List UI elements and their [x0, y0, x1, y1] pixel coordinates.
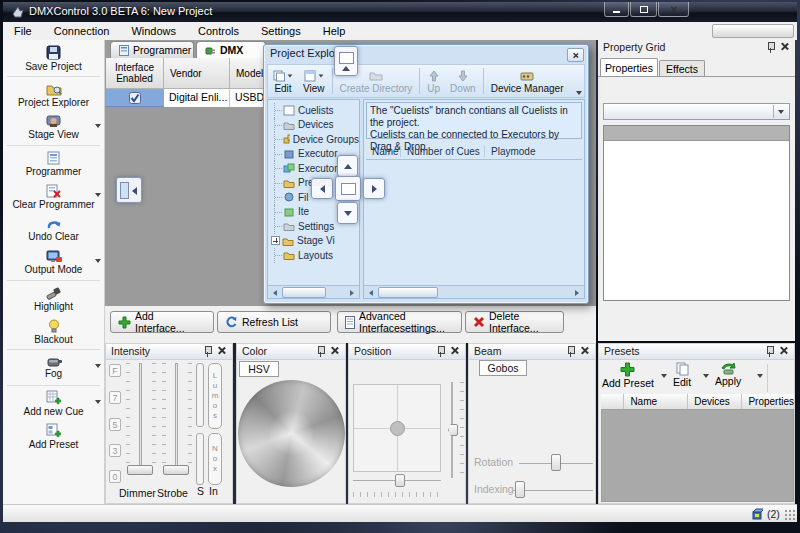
pin-button[interactable] — [566, 346, 577, 357]
edit-button[interactable]: Edit — [268, 65, 298, 97]
pin-button[interactable] — [765, 346, 776, 357]
tab-properties[interactable]: Properties — [600, 58, 658, 76]
dimmer-fader-handle[interactable] — [127, 465, 153, 475]
col-number-of-cues[interactable]: Number of Cues — [400, 146, 480, 157]
indexing-slider[interactable] — [513, 481, 593, 499]
tree-item-stage-views[interactable]: Stage Vi — [268, 234, 359, 249]
pin-button[interactable] — [766, 42, 777, 53]
scale-button-3[interactable]: 3 — [109, 444, 121, 457]
col-playmode[interactable]: Playmode — [484, 146, 535, 157]
scale-button-5[interactable]: 5 — [109, 418, 121, 431]
scrollbar-thumb[interactable] — [378, 287, 438, 298]
refresh-list-button[interactable]: Refresh List — [217, 311, 331, 333]
scrollbar-thumb[interactable] — [282, 287, 326, 298]
tree-item-cuelists[interactable]: Cuelists — [268, 103, 359, 118]
menu-windows[interactable]: Windows — [120, 22, 187, 40]
menu-controls[interactable]: Controls — [187, 22, 250, 40]
scroll-left-icon[interactable] — [365, 287, 377, 298]
tilt-slider-handle[interactable] — [448, 424, 458, 436]
s-bar-bottom[interactable] — [196, 433, 204, 485]
dmx-col-interface-enabled[interactable]: Interface Enabled — [106, 58, 164, 89]
pin-button[interactable] — [203, 346, 214, 357]
dropdown-arrow-icon[interactable] — [703, 374, 709, 378]
tree-item-device-groups[interactable]: Device Groups — [268, 132, 359, 147]
toolbar-overflow-icon[interactable] — [576, 91, 582, 95]
pan-slider-handle[interactable] — [395, 474, 405, 487]
hsv-color-wheel[interactable] — [238, 380, 345, 487]
pan-tilt-pad[interactable] — [353, 384, 441, 472]
col-properties[interactable]: Properties — [742, 394, 794, 409]
apply-preset-button[interactable]: Apply — [715, 362, 741, 387]
cuelist-hscrollbar[interactable] — [364, 285, 584, 298]
sidebar-item-save-project[interactable]: Save Project — [3, 42, 104, 75]
panel-close-button[interactable] — [779, 346, 790, 357]
interface-vendor-cell[interactable]: Digital Enli... — [164, 89, 230, 107]
pin-button[interactable] — [436, 346, 447, 357]
dock-cluster-left[interactable] — [311, 178, 333, 199]
tab-gobos[interactable]: Gobos — [479, 360, 527, 376]
edit-preset-button[interactable]: Edit — [673, 362, 691, 388]
tree-item-layouts[interactable]: Layouts — [268, 248, 359, 263]
menu-file[interactable]: File — [3, 22, 43, 40]
add-preset-button[interactable]: Add Preset — [602, 362, 654, 389]
indexing-slider-handle[interactable] — [515, 481, 525, 498]
sidebar-item-programmer[interactable]: Programmer — [3, 147, 104, 180]
dropdown-arrow-icon[interactable] — [95, 124, 101, 128]
sidebar-item-add-preset[interactable]: Add Preset — [3, 420, 104, 453]
dmx-col-vendor[interactable]: Vendor — [164, 58, 230, 89]
col-name[interactable]: Name — [372, 146, 399, 157]
pan-slider[interactable] — [353, 472, 441, 490]
panel-close-button[interactable] — [780, 42, 791, 53]
property-target-combobox[interactable] — [603, 103, 790, 120]
view-button[interactable]: View — [298, 65, 330, 97]
dock-cluster-center[interactable] — [335, 176, 361, 201]
col-blank[interactable] — [601, 394, 624, 409]
dock-target-top[interactable] — [334, 46, 358, 76]
delete-interface-button[interactable]: Delete Interface... — [465, 311, 564, 333]
network-status-icon[interactable] — [751, 508, 763, 520]
panel-close-button[interactable] — [330, 346, 341, 357]
sidebar-item-fog[interactable]: Fog — [3, 351, 104, 384]
strobe-fader-handle[interactable] — [163, 465, 189, 475]
sidebar-item-clear-programmer[interactable]: Clear Programmer — [3, 180, 104, 213]
dock-cluster-right[interactable] — [363, 178, 385, 199]
sidebar-item-add-new-cue[interactable]: Add new Cue — [3, 387, 104, 420]
tilt-slider[interactable] — [448, 382, 464, 478]
resize-grip[interactable] — [784, 509, 795, 520]
col-devices[interactable]: Devices — [688, 394, 742, 409]
scale-button-full[interactable]: F — [109, 364, 121, 377]
maximize-button[interactable] — [630, 2, 657, 17]
rotation-slider-handle[interactable] — [551, 454, 561, 471]
sidebar-item-blackout[interactable]: Blackout — [3, 315, 104, 348]
panel-close-button[interactable] — [217, 346, 228, 357]
panel-close-button[interactable] — [450, 346, 461, 357]
menu-connection[interactable]: Connection — [43, 22, 121, 40]
dock-cluster-down[interactable] — [337, 202, 358, 224]
menu-help[interactable]: Help — [312, 22, 357, 40]
panel-close-button[interactable] — [580, 346, 591, 357]
s-bar-top[interactable] — [196, 363, 204, 427]
project-explorer-close-button[interactable] — [567, 48, 584, 62]
dock-cluster-up[interactable] — [337, 155, 358, 177]
tree-hscrollbar[interactable] — [268, 285, 359, 298]
dropdown-arrow-icon[interactable] — [95, 364, 101, 368]
scroll-right-icon[interactable] — [346, 287, 358, 298]
sidebar-item-output-mode[interactable]: Output Mode — [3, 246, 104, 279]
dropdown-arrow-icon[interactable] — [95, 193, 101, 197]
lumos-button[interactable]: Lumos — [208, 363, 222, 429]
dock-target-left[interactable] — [116, 177, 142, 203]
pin-button[interactable] — [316, 346, 327, 357]
scroll-left-icon[interactable] — [269, 287, 281, 298]
menu-settings[interactable]: Settings — [250, 22, 312, 40]
close-button[interactable] — [658, 2, 689, 17]
move-down-button[interactable]: Down — [445, 65, 481, 97]
dropdown-arrow-icon[interactable] — [95, 400, 101, 404]
pan-tilt-handle[interactable] — [390, 421, 405, 436]
advanced-interfacesettings-button[interactable]: Advanced Interfacesettings... — [337, 311, 462, 333]
tab-hsv[interactable]: HSV — [239, 361, 279, 377]
dropdown-arrow-icon[interactable] — [95, 259, 101, 263]
dropdown-arrow-icon[interactable] — [661, 374, 667, 378]
menubar-blank-button[interactable] — [712, 24, 794, 38]
tab-dmx[interactable]: DMX — [196, 41, 266, 58]
rotation-slider[interactable] — [519, 454, 593, 472]
